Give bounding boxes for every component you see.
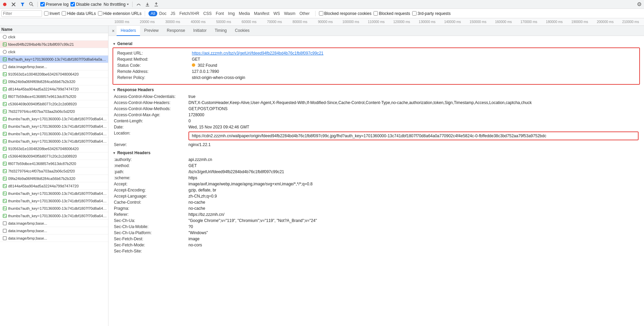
detail-panel: × HeadersPreviewResponseInitiatorTimingC… [108, 26, 644, 326]
request-url-row: Request URL: https://api.zzzmh.cn/bz/v3/… [116, 50, 637, 56]
list-item[interactable]: click [0, 33, 108, 41]
timeline-marks: 10000 ms20000 ms30000 ms40000 ms50000 ms… [109, 20, 643, 24]
search-button[interactable] [28, 1, 35, 8]
request-type-icon [3, 184, 7, 188]
request-name: thumbs?auth_key=1701360000-13c741dbf1807… [8, 117, 107, 121]
network-conditions-button[interactable] [135, 1, 142, 8]
export-button[interactable] [153, 1, 160, 8]
type-btn-css[interactable]: CSS [201, 11, 214, 16]
tab-headers[interactable]: Headers [117, 26, 140, 36]
close-detail-button[interactable]: × [110, 27, 117, 34]
request-type-icon [3, 229, 7, 233]
list-item[interactable]: data:image/bmp;base... [0, 227, 108, 235]
header-value: true [187, 94, 640, 100]
list-item[interactable]: thumbs?auth_key=1701360000-13c741dbf1807… [0, 123, 108, 130]
list-item[interactable]: 910563d1e10048208be634267048006420 [0, 145, 108, 152]
list-item[interactable]: d8144a45ba904ad5a32244a799d7474720 [0, 85, 108, 93]
list-item[interactable]: f8077b59dbce41368857e9613dc87b2f20 [0, 93, 108, 100]
filter-button[interactable] [19, 1, 26, 8]
record-button[interactable] [1, 1, 8, 8]
request-type-icon [3, 102, 7, 106]
header-value: 0 [187, 118, 640, 124]
type-btn-manifest[interactable]: Manifest [252, 11, 271, 16]
type-btn-all[interactable]: All [148, 11, 157, 16]
tab-cookies[interactable]: Cookies [231, 26, 254, 36]
list-item[interactable]: thumbs?auth_key=1701360000-13c741dbf1807… [0, 130, 108, 138]
list-item[interactable]: fhd?auth_key=1701360000-13c741dbf1807f70… [0, 56, 108, 63]
svg-marker-3 [21, 3, 24, 6]
clear-button[interactable] [10, 1, 17, 8]
tab-response[interactable]: Response [163, 26, 189, 36]
preserve-log-checkbox[interactable]: Preserve log [40, 2, 68, 7]
type-btn-fetch/xhr[interactable]: Fetch/XHR [177, 11, 201, 16]
type-btn-wasm[interactable]: Wasm [282, 11, 298, 16]
list-item[interactable]: c5366469b00940f5b8077c20c2c2d08920 [0, 100, 108, 108]
type-btn-doc[interactable]: Doc [157, 11, 168, 16]
tab-initiator[interactable]: Initiator [189, 26, 210, 36]
request-header-row: Sec-Ch-Ua-Platform:"Windows" [113, 230, 640, 236]
type-btn-font[interactable]: Font [214, 11, 226, 16]
disable-cache-label: Disable cache [76, 2, 101, 7]
list-item[interactable]: 09fa24b9a06f4f69b8284ca56b67b2b320 [0, 175, 108, 182]
list-item[interactable]: click [0, 48, 108, 56]
request-header-row: :authority:api.zzzmh.cn [113, 157, 640, 163]
blocked-requests-label: Blocked requests [379, 11, 410, 16]
request-type-icon [3, 117, 7, 121]
request-type-icon [3, 109, 7, 114]
request-headers-section-header[interactable]: ▼ Request Headers [113, 150, 640, 155]
list-item[interactable]: 7fd3279764cc4f07ba703aa2b06c5d2f20 [0, 167, 108, 175]
type-btn-ws[interactable]: WS [271, 11, 282, 16]
request-name: 910563d1e10048208be634267048006420 [8, 72, 79, 76]
type-btn-other[interactable]: Other [298, 11, 312, 16]
request-url-value[interactable]: https://api.zzzmh.cn/bz/v3/getUrl/fdeed9… [190, 50, 637, 56]
request-header-row: Sec-Ch-Ua-Mobile:?0 [113, 224, 640, 230]
list-item[interactable]: thumbs?auth_key=1701360000-13c741dbf1807… [0, 205, 108, 212]
import-button[interactable] [144, 1, 151, 8]
list-item[interactable]: 7fd3279764cc4f07ba703aa2b06c5d2f20 [0, 108, 108, 115]
timeline-mark: 90000 ms [313, 20, 338, 24]
request-header-row: :method:GET [113, 163, 640, 169]
type-btn-img[interactable]: Img [226, 11, 237, 16]
request-type-icon [3, 199, 7, 203]
general-section-header[interactable]: ▼ General [113, 41, 640, 46]
request-name: d8144a45ba904ad5a32244a799d7474720 [8, 87, 79, 91]
list-item[interactable]: thumbs?auth_key=1701360000-13c741dbf1807… [0, 197, 108, 205]
list-item[interactable]: data:image/bmp;base... [0, 235, 108, 242]
filter-input[interactable] [1, 10, 42, 17]
header-key: :scheme: [113, 175, 187, 181]
list-item[interactable]: fdeed94fb2284bd4b76c1fb8f097c99c21 [0, 41, 108, 48]
type-btn-js[interactable]: JS [168, 11, 177, 16]
disable-cache-checkbox[interactable]: Disable cache [71, 2, 101, 7]
list-item[interactable]: thumbs?auth_key=1701360000-13c741dbf1807… [0, 138, 108, 145]
timeline-mark: 120000 ms [389, 20, 415, 24]
timeline-mark: 70000 ms [262, 20, 287, 24]
hide-extension-urls-checkbox[interactable]: Hide extension URLs [98, 11, 142, 16]
request-type-icon [3, 50, 7, 54]
list-item[interactable]: 09fa24b9a06f4f69b8284ca56b67b2b320 [0, 78, 108, 85]
hide-data-urls-checkbox[interactable]: Hide data URLs [62, 11, 96, 16]
list-item[interactable]: thumbs?auth_key=1701360000-13c741dbf1807… [0, 212, 108, 220]
settings-button[interactable]: ⚙ [636, 1, 643, 8]
blocked-response-cookies-checkbox[interactable]: Blocked response cookies [319, 11, 371, 16]
list-item[interactable]: thumbs?auth_key=1701360000-13c741dbf1807… [0, 115, 108, 123]
tab-timing[interactable]: Timing [210, 26, 231, 36]
list-item[interactable]: data:image/bmp;base... [0, 220, 108, 227]
throttling-select[interactable]: No throttling [104, 2, 130, 7]
list-item[interactable]: thumbs?auth_key=1701360000-13c741dbf1807… [0, 190, 108, 197]
remote-address-row: Remote Address: 127.0.0.1:7890 [116, 68, 637, 75]
list-item[interactable]: c5366469b00940f5b8077c20c2c2d08920 [0, 152, 108, 160]
tab-preview[interactable]: Preview [140, 26, 163, 36]
type-btn-media[interactable]: Media [237, 11, 252, 16]
list-item[interactable]: 910563d1e10048208be634267048006420 [0, 70, 108, 78]
blocked-requests-checkbox[interactable]: Blocked requests [374, 11, 410, 16]
list-item[interactable]: f8077b59dbce41368857e9613dc87b2f20 [0, 160, 108, 167]
invert-checkbox[interactable]: Invert [44, 11, 60, 16]
preserve-log-input[interactable] [40, 2, 45, 6]
request-list[interactable]: clickfdeed94fb2284bd4b76c1fb8f097c99c21c… [0, 33, 108, 326]
third-party-requests-checkbox[interactable]: 3rd-party requests [412, 11, 450, 16]
response-headers-section-header[interactable]: ▼ Response Headers [113, 87, 640, 92]
header-key: :authority: [113, 157, 187, 163]
list-item[interactable]: data:image/bmp;base... [0, 63, 108, 70]
list-item[interactable]: d8144a45ba904ad5a32244a799d7474720 [0, 182, 108, 190]
disable-cache-input[interactable] [71, 2, 75, 6]
